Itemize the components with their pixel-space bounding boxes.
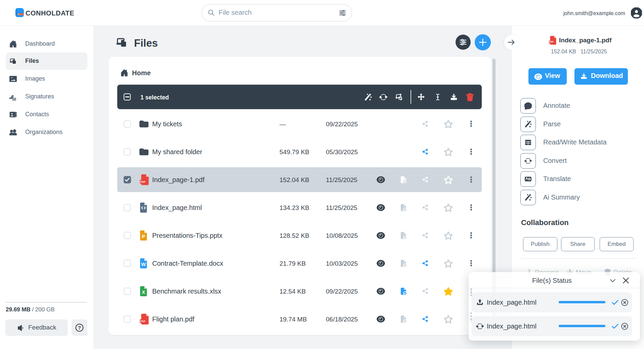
svg-text:PDF: PDF — [140, 320, 145, 323]
svg-text:P: P — [142, 234, 145, 239]
svg-text:X: X — [142, 290, 145, 295]
svg-text:PDF: PDF — [140, 180, 145, 183]
svg-text:PDF: PDF — [549, 41, 554, 43]
svg-text:W: W — [141, 262, 146, 267]
